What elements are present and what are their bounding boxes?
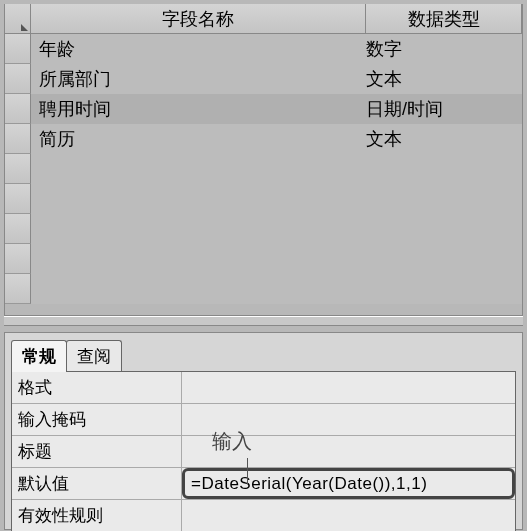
table-row[interactable] (5, 214, 522, 244)
row-selector[interactable] (5, 154, 31, 184)
field-name-cell[interactable]: 简历 (31, 124, 366, 154)
data-type-cell[interactable] (366, 274, 522, 304)
field-grid: 字段名称 数据类型 年龄 数字 所属部门 文本 聘用时间 日期/时间 简历 文本 (4, 4, 523, 316)
data-type-cell[interactable]: 文本 (366, 124, 522, 154)
field-name-cell[interactable] (31, 214, 366, 244)
row-selector[interactable] (5, 244, 31, 274)
row-selector[interactable] (5, 184, 31, 214)
table-row[interactable]: 所属部门 文本 (5, 64, 522, 94)
field-name-cell[interactable]: 聘用时间 (31, 94, 366, 124)
header-field-name[interactable]: 字段名称 (31, 4, 366, 33)
prop-value[interactable] (182, 372, 515, 403)
header-data-type[interactable]: 数据类型 (366, 4, 522, 33)
pane-splitter[interactable] (4, 316, 523, 326)
prop-label: 有效性规则 (12, 500, 182, 531)
prop-value[interactable] (182, 500, 515, 531)
field-name-cell[interactable]: 年龄 (31, 34, 366, 64)
table-row[interactable] (5, 274, 522, 304)
property-tabs: 常规 查阅 (5, 333, 522, 371)
grid-body: 年龄 数字 所属部门 文本 聘用时间 日期/时间 简历 文本 (5, 34, 522, 304)
prop-label: 格式 (12, 372, 182, 403)
table-row[interactable] (5, 244, 522, 274)
table-row[interactable]: 年龄 数字 (5, 34, 522, 64)
prop-value[interactable] (182, 436, 515, 467)
data-type-cell[interactable]: 数字 (366, 34, 522, 64)
row-selector[interactable] (5, 94, 31, 124)
table-row[interactable] (5, 184, 522, 214)
field-name-cell[interactable] (31, 274, 366, 304)
prop-row-input-mask[interactable]: 输入掩码 (12, 404, 515, 436)
table-row[interactable]: 聘用时间 日期/时间 (5, 94, 522, 124)
prop-row-format[interactable]: 格式 (12, 372, 515, 404)
prop-value[interactable] (182, 404, 515, 435)
property-pane: 常规 查阅 格式 输入掩码 标题 默认值 =DateSerial(Year(Da… (4, 332, 523, 530)
prop-row-validation[interactable]: 有效性规则 (12, 500, 515, 531)
prop-label: 输入掩码 (12, 404, 182, 435)
default-value-input[interactable]: =DateSerial(Year(Date()),1,1) (182, 468, 515, 499)
tab-lookup[interactable]: 查阅 (66, 340, 122, 372)
data-type-cell[interactable]: 文本 (366, 64, 522, 94)
prop-label: 默认值 (12, 468, 182, 499)
data-type-cell[interactable] (366, 184, 522, 214)
data-type-cell[interactable] (366, 244, 522, 274)
data-type-cell[interactable]: 日期/时间 (366, 94, 522, 124)
field-name-cell[interactable] (31, 154, 366, 184)
tab-general[interactable]: 常规 (11, 340, 67, 372)
grid-header: 字段名称 数据类型 (5, 4, 522, 34)
row-selector[interactable] (5, 34, 31, 64)
row-selector[interactable] (5, 214, 31, 244)
row-selector[interactable] (5, 124, 31, 154)
prop-label: 标题 (12, 436, 182, 467)
field-name-cell[interactable] (31, 184, 366, 214)
select-all-cell[interactable] (5, 4, 31, 33)
prop-row-caption[interactable]: 标题 (12, 436, 515, 468)
property-sheet: 格式 输入掩码 标题 默认值 =DateSerial(Year(Date()),… (11, 371, 516, 531)
table-row[interactable]: 简历 文本 (5, 124, 522, 154)
callout-line (247, 458, 248, 484)
field-name-cell[interactable] (31, 244, 366, 274)
row-selector[interactable] (5, 274, 31, 304)
prop-row-default-value[interactable]: 默认值 =DateSerial(Year(Date()),1,1) (12, 468, 515, 500)
row-selector[interactable] (5, 64, 31, 94)
data-type-cell[interactable] (366, 214, 522, 244)
table-row[interactable] (5, 154, 522, 184)
field-name-cell[interactable]: 所属部门 (31, 64, 366, 94)
data-type-cell[interactable] (366, 154, 522, 184)
